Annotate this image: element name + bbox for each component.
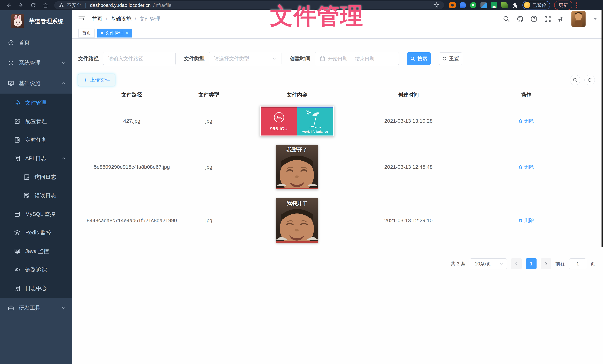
browser-menu-icon[interactable]: [576, 2, 577, 8]
sidebar-item-file-management[interactable]: 文件管理: [0, 93, 72, 112]
sidebar-item-dev-tools[interactable]: 研发工具: [0, 298, 72, 318]
browser-forward-icon[interactable]: [18, 2, 24, 8]
sidebar-item-label: 日志中心: [25, 285, 47, 292]
tag-file-management[interactable]: 文件管理 ×: [97, 29, 132, 37]
profile-avatar-icon: [524, 2, 530, 8]
close-icon[interactable]: ×: [126, 30, 128, 36]
search-button-label: 搜索: [417, 55, 427, 62]
goto-page-input[interactable]: [569, 258, 586, 269]
address-separator: |: [85, 2, 86, 8]
sidebar-logo-row[interactable]: 芋道管理系统: [0, 10, 72, 32]
page-unit-label: 页: [590, 261, 595, 267]
sidebar-item-mysql-monitor[interactable]: MySQL 监控: [0, 205, 72, 224]
sidebar-submenu-infra: 文件管理 配置管理 定时任务 API 日志 访问日志 错误日志: [0, 93, 72, 298]
browser-home-icon[interactable]: [42, 2, 49, 8]
bookmark-star-icon[interactable]: [433, 2, 440, 8]
breadcrumb-infra[interactable]: 基础设施: [111, 15, 131, 23]
upload-file-button[interactable]: 上传文件: [78, 74, 115, 86]
extension-green-circle-icon[interactable]: [470, 2, 476, 8]
font-size-icon[interactable]: [558, 15, 565, 23]
extension-gear-icon[interactable]: [449, 2, 456, 8]
date-start-placeholder[interactable]: 开始日期: [328, 56, 347, 62]
sidebar-item-access-log[interactable]: 访问日志: [0, 168, 72, 186]
extension-pin-icon[interactable]: [460, 2, 466, 8]
user-avatar[interactable]: [571, 11, 586, 27]
next-page-button[interactable]: [541, 258, 551, 269]
sidebar-item-log-center[interactable]: 日志中心: [0, 279, 72, 298]
tag-home[interactable]: 首页: [78, 29, 95, 37]
banner-left-panel: 996.ICU: [261, 107, 297, 136]
extension-on-badge-icon[interactable]: on: [491, 2, 497, 8]
security-label[interactable]: 不安全: [67, 2, 81, 9]
url-host[interactable]: dashboard.yudao.iocoder.cn: [90, 2, 151, 8]
reset-button[interactable]: 重置: [439, 52, 462, 65]
banner-left-text: 996.ICU: [270, 126, 288, 131]
sidebar-item-home[interactable]: 首页: [0, 32, 72, 53]
meme-caption: 我裂开了: [287, 146, 307, 153]
sidebar-item-tracing[interactable]: 链路追踪: [0, 261, 72, 279]
sidebar: 芋道管理系统 首页 系统管理 基础设施 文件管理 配置管理: [0, 10, 72, 364]
breadcrumb-home[interactable]: 首页: [92, 15, 103, 23]
date-end-placeholder[interactable]: 结束日期: [355, 56, 374, 62]
sidebar-item-api-log[interactable]: API 日志: [0, 149, 72, 168]
app-shell: 芋道管理系统 首页 系统管理 基础设施 文件管理 配置管理: [0, 10, 603, 364]
sidebar-item-label: 首页: [19, 39, 30, 46]
file-preview-996icu-banner[interactable]: 996.ICU work-life balance: [260, 106, 334, 136]
extension-grid-icon[interactable]: [480, 2, 487, 8]
sidebar-item-redis-monitor[interactable]: Redis 监控: [0, 224, 72, 242]
banner-right-panel: work-life balance: [297, 107, 333, 136]
breadcrumb-separator: /: [106, 16, 107, 22]
sidebar-item-label: 研发工具: [19, 304, 40, 312]
file-preview-crying-baby[interactable]: 我裂开了: [276, 198, 318, 243]
sidebar-item-infra[interactable]: 基础设施: [0, 73, 72, 93]
chevron-down-icon: [499, 262, 503, 266]
refresh-table-button[interactable]: [584, 75, 595, 85]
extension-leaf-icon[interactable]: [501, 2, 508, 8]
sidebar-item-label: Redis 监控: [25, 229, 51, 237]
pagination-total: 共 3 条: [451, 261, 466, 267]
fullscreen-icon[interactable]: [544, 15, 551, 23]
delete-button[interactable]: 删除: [518, 118, 534, 124]
sidebar-item-scheduled-jobs[interactable]: 定时任务: [0, 131, 72, 149]
breadcrumb: 首页 / 基础设施 / 文件管理: [92, 15, 160, 23]
help-icon[interactable]: [530, 15, 538, 23]
file-path-input-field[interactable]: [108, 56, 171, 62]
sidebar-item-label: 访问日志: [35, 173, 56, 181]
file-path-input[interactable]: [103, 52, 176, 65]
col-file-type: 文件类型: [198, 91, 219, 98]
delete-button[interactable]: 删除: [518, 217, 534, 224]
date-range-picker[interactable]: 开始日期 - 结束日期: [315, 52, 399, 65]
paused-label: 已暂停: [533, 2, 546, 8]
search-icon[interactable]: [503, 15, 510, 23]
browser-back-icon[interactable]: [6, 2, 12, 8]
baby-face-illustration: [276, 152, 318, 189]
database-icon: [14, 211, 20, 217]
date-separator: -: [350, 56, 352, 62]
delete-button[interactable]: 删除: [518, 164, 534, 170]
browser-update-button[interactable]: 更新: [554, 0, 572, 10]
caret-down-icon[interactable]: [593, 17, 597, 21]
page-size-select[interactable]: 10条/页: [470, 258, 507, 269]
navbar-actions: [503, 11, 597, 27]
extension-puzzle-icon[interactable]: [512, 2, 518, 8]
profile-paused-pill[interactable]: 已暂停: [522, 1, 550, 10]
browser-refresh-icon[interactable]: [30, 2, 36, 8]
prev-page-button[interactable]: [511, 258, 522, 269]
page-number-1[interactable]: 1: [526, 258, 536, 269]
file-type-select[interactable]: 请选择文件类型: [209, 52, 281, 65]
address-bar[interactable]: 不安全 | dashboard.yudao.iocoder.cn/infra/f…: [54, 1, 444, 9]
page-scrollbar[interactable]: [602, 10, 603, 247]
cell-file-path: 427.jpg: [78, 118, 186, 124]
file-preview-crying-baby[interactable]: 我裂开了: [276, 145, 318, 189]
sidebar-item-config[interactable]: 配置管理: [0, 112, 72, 131]
url-path[interactable]: /infra/file: [153, 2, 171, 8]
search-button[interactable]: 搜索: [407, 52, 431, 65]
sidebar-item-java-monitor[interactable]: Java 监控: [0, 242, 72, 261]
sidebar-item-system[interactable]: 系统管理: [0, 53, 72, 73]
github-icon[interactable]: [516, 15, 524, 23]
toggle-search-button[interactable]: [570, 75, 580, 85]
trash-icon: [518, 165, 523, 169]
sidebar-item-error-log[interactable]: 错误日志: [0, 186, 72, 205]
app-logo-rabbit: [11, 14, 24, 28]
hamburger-icon[interactable]: [78, 16, 85, 22]
